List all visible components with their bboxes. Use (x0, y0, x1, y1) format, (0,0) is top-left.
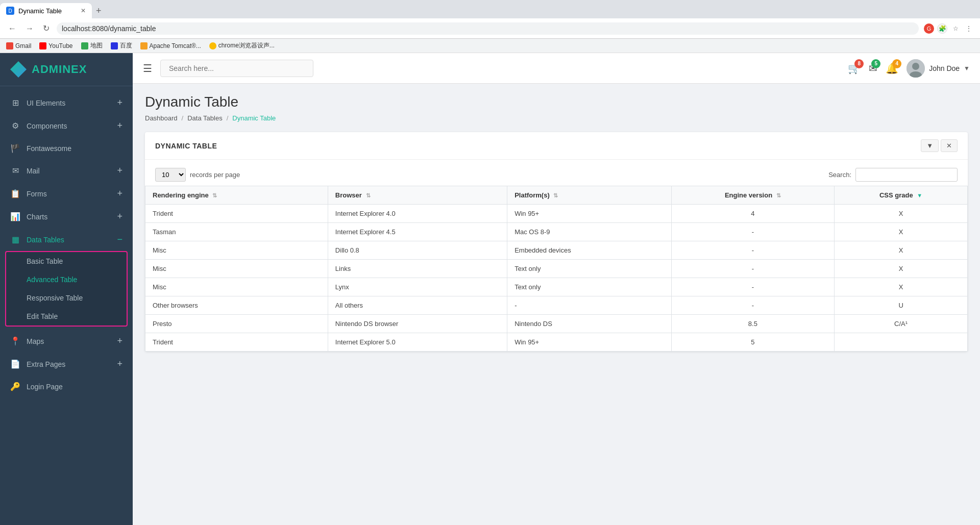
table-row: MiscLinksText only-X (145, 260, 968, 278)
sort-icon-css-grade: ▼ (917, 192, 922, 198)
user-dropdown-icon: ▼ (964, 65, 970, 72)
records-per-page-select[interactable]: 10 25 50 100 (155, 168, 186, 182)
extension-icon[interactable]: 🧩 (937, 23, 947, 34)
breadcrumb-data-tables[interactable]: Data Tables (187, 114, 222, 122)
bookmark-youtube[interactable]: YouTube (39, 42, 72, 49)
tab-title: Dynamic Table (18, 7, 62, 15)
table-search-input[interactable] (855, 168, 958, 182)
user-profile[interactable]: John Doe ▼ (906, 59, 970, 78)
address-input[interactable] (57, 22, 919, 35)
page-content: Dynamic Table Dashboard / Data Tables / … (133, 84, 980, 525)
sidebar-item-mail[interactable]: ✉ Mail + (0, 159, 133, 182)
extra-pages-icon: 📄 (10, 359, 20, 369)
bell-badge: 4 (892, 59, 901, 68)
search-input[interactable] (160, 60, 313, 77)
maps-icon: 📍 (10, 336, 20, 346)
table-card-header: DYNAMIC TABLE ▼ ✕ (145, 132, 968, 160)
sidebar-item-responsive-table[interactable]: Responsive Table (6, 289, 127, 307)
sidebar-item-data-tables[interactable]: ▦ Data Tables − (0, 228, 133, 251)
sidebar-item-ui-elements[interactable]: ⊞ UI Elements + (0, 91, 133, 114)
table-card-title: DYNAMIC TABLE (155, 142, 217, 150)
bell-icon-wrap[interactable]: 🔔 4 (886, 62, 898, 74)
table-wrapper: Rendering engine ⇅ Browser ⇅ Platform(s)… (145, 186, 968, 352)
sidebar-item-login-page[interactable]: 🔑 Login Page (0, 376, 133, 397)
sidebar-item-charts[interactable]: 📊 Charts + (0, 205, 133, 228)
sort-icon-platform: ⇅ (553, 192, 558, 198)
extra-pages-expand-icon: + (117, 359, 122, 369)
table-row: Other browsersAll others--U (145, 296, 968, 315)
data-tables-collapse-icon: − (117, 234, 122, 245)
card-actions: ▼ ✕ (921, 139, 958, 152)
bookmarks-bar: Gmail YouTube 地图 百度 Apache Tomcat®... ch… (0, 39, 980, 53)
header-right: 🛒 8 ✉ 5 🔔 4 (848, 59, 970, 78)
table-row: TasmanInternet Explorer 4.5Mac OS 8-9-X (145, 223, 968, 241)
sidebar-item-components[interactable]: ⚙ Components + (0, 114, 133, 137)
search-control: Search: (828, 168, 958, 182)
table-row: MiscLynxText only-X (145, 278, 968, 296)
sidebar-item-label: Extra Pages (27, 360, 65, 368)
sidebar-item-label: Charts (27, 213, 47, 221)
sidebar-item-advanced-table[interactable]: Advanced Table (6, 270, 127, 289)
header-search (160, 60, 313, 77)
col-header-css-grade[interactable]: CSS grade ▼ (835, 186, 968, 205)
table-body: TridentInternet Explorer 4.0Win 95+4XTas… (145, 205, 968, 352)
mail-expand-icon: + (117, 165, 122, 176)
tab-bar: D Dynamic Table ✕ + (0, 0, 980, 18)
table-head: Rendering engine ⇅ Browser ⇅ Platform(s)… (145, 186, 968, 205)
col-header-browser[interactable]: Browser ⇅ (328, 186, 507, 205)
table-row: TridentInternet Explorer 4.0Win 95+4X (145, 205, 968, 223)
login-icon: 🔑 (10, 382, 20, 391)
breadcrumb-dashboard[interactable]: Dashboard (145, 114, 178, 122)
mail-badge: 5 (871, 59, 880, 68)
breadcrumb-sep-2: / (227, 114, 229, 122)
main-content: ☰ 🛒 8 ✉ 5 🔔 4 (133, 53, 980, 525)
sidebar-item-extra-pages[interactable]: 📄 Extra Pages + (0, 353, 133, 376)
settings-icon[interactable]: ⋮ (964, 23, 974, 34)
address-bar: ← → ↻ G 🧩 ☆ ⋮ (0, 18, 980, 39)
breadcrumb: Dashboard / Data Tables / Dynamic Table (145, 114, 968, 122)
active-tab[interactable]: D Dynamic Table ✕ (0, 3, 92, 18)
sidebar-item-fontawesome[interactable]: 🏴 Fontawesome (0, 137, 133, 159)
bookmark-chrome[interactable]: chrome浏览器设声... (209, 41, 275, 50)
charts-icon: 📊 (10, 212, 20, 221)
col-header-platform[interactable]: Platform(s) ⇅ (507, 186, 671, 205)
table-card: DYNAMIC TABLE ▼ ✕ 10 25 50 100 (145, 132, 968, 352)
table-controls: 10 25 50 100 records per page Search: (145, 160, 968, 186)
hamburger-menu-button[interactable]: ☰ (143, 62, 152, 74)
reload-button[interactable]: ↻ (41, 21, 52, 35)
forward-button[interactable]: → (23, 22, 36, 35)
card-collapse-button[interactable]: ▼ (921, 139, 939, 152)
col-header-rendering-engine[interactable]: Rendering engine ⇅ (145, 186, 328, 205)
bookmark-gmail[interactable]: Gmail (6, 42, 31, 49)
forms-icon: 📋 (10, 189, 20, 198)
data-tables-submenu: Basic Table Advanced Table Responsive Ta… (5, 251, 128, 327)
data-table: Rendering engine ⇅ Browser ⇅ Platform(s)… (145, 186, 968, 352)
sidebar-item-label: Fontawesome (27, 144, 71, 153)
table-row: MiscDillo 0.8Embedded devices-X (145, 241, 968, 260)
maps-expand-icon: + (117, 336, 122, 346)
col-header-engine-version[interactable]: Engine version ⇅ (671, 186, 835, 205)
cart-icon-wrap[interactable]: 🛒 8 (848, 62, 861, 74)
card-close-button[interactable]: ✕ (941, 139, 958, 152)
charts-expand-icon: + (117, 211, 122, 222)
bookmark-tomcat[interactable]: Apache Tomcat®... (140, 42, 201, 49)
table-row: TridentInternet Explorer 5.0Win 95+5 (145, 333, 968, 352)
app-layout: ADMINEX ⊞ UI Elements + ⚙ Components + 🏴… (0, 53, 980, 525)
sidebar-item-label: Forms (27, 190, 47, 198)
new-tab-button[interactable]: + (92, 6, 106, 16)
cart-badge: 8 (854, 59, 864, 68)
tab-close-button[interactable]: ✕ (81, 7, 86, 14)
profile-icon[interactable]: G (924, 23, 934, 34)
sidebar-item-label: UI Elements (27, 99, 65, 107)
sidebar-item-edit-table[interactable]: Edit Table (6, 307, 127, 326)
bookmark-maps[interactable]: 地图 (81, 41, 103, 50)
sidebar-item-basic-table[interactable]: Basic Table (6, 252, 127, 270)
mail-icon-wrap[interactable]: ✉ 5 (869, 62, 877, 74)
bookmark-baidu[interactable]: 百度 (111, 41, 132, 50)
sidebar-item-maps[interactable]: 📍 Maps + (0, 330, 133, 353)
bookmark-star-icon[interactable]: ☆ (950, 23, 961, 34)
sidebar-item-forms[interactable]: 📋 Forms + (0, 182, 133, 205)
records-control: 10 25 50 100 records per page (155, 168, 240, 182)
data-tables-icon: ▦ (10, 235, 20, 244)
back-button[interactable]: ← (6, 22, 18, 35)
